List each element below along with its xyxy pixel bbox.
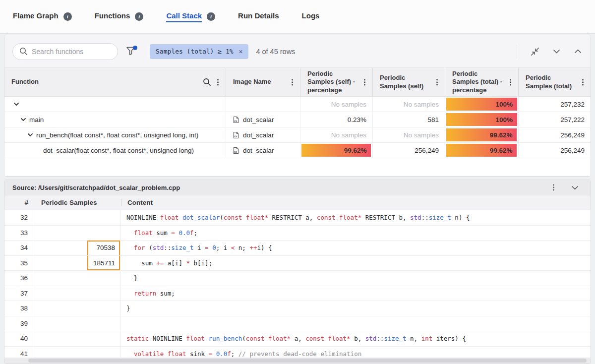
code-token: sum;	[156, 290, 175, 297]
function-token: dot_scalar	[182, 214, 220, 221]
info-icon[interactable]: i	[207, 12, 215, 21]
cell-value: 257,232	[560, 101, 585, 108]
code-token: (	[220, 214, 224, 221]
kebab-menu-icon[interactable]	[433, 78, 441, 86]
code-token: float*	[328, 335, 350, 342]
column-header-function[interactable]: Function	[4, 68, 226, 96]
code-token: static	[126, 335, 149, 342]
source-line[interactable]: 41 volatile float sink = 0.0f; // preven…	[4, 347, 591, 358]
code-token: RESTRICT b,	[361, 214, 410, 221]
code-token: ;	[194, 229, 198, 237]
source-code-rows: 32NOINLINE float dot_scalar(const float*…	[4, 210, 591, 358]
code-token: float*	[339, 214, 361, 221]
toolbar-divider	[517, 44, 517, 59]
table-row[interactable]: No samplesNo samples100%257,232	[4, 97, 591, 112]
call-stack-panel: Samples (total) ≥ 1% ✕ 4 of 45 rows Func…	[4, 35, 591, 177]
code-token: b,	[351, 335, 365, 342]
code-token: a[i]	[164, 259, 186, 267]
code-token: RESTRICT a,	[268, 214, 317, 221]
horizontal-scrollbar[interactable]	[4, 358, 591, 364]
code-token: a,	[291, 335, 305, 342]
expand-chevron-icon[interactable]	[10, 98, 22, 110]
filter-active-dot	[133, 46, 137, 50]
code-token: return	[134, 290, 156, 297]
line-number: 32	[4, 210, 35, 225]
code-token: n,	[407, 335, 421, 342]
tab-call-stack[interactable]: Call Stacki	[166, 11, 215, 22]
expand-chevron-icon[interactable]	[17, 114, 29, 125]
code-token: NOINLINE	[149, 335, 186, 342]
tab-run-details[interactable]: Run Details	[238, 11, 279, 22]
binary-file-icon	[233, 147, 239, 154]
collapse-icon[interactable]	[530, 47, 540, 57]
code-token: ::	[421, 214, 429, 221]
image-name: dot_scalar	[243, 116, 274, 123]
scrollbar-thumb[interactable]	[28, 359, 587, 363]
search-input[interactable]	[32, 48, 111, 56]
table-row[interactable]: dot_scalar(float const*, float const*, u…	[4, 143, 591, 158]
search-input-wrap[interactable]	[12, 43, 118, 60]
table-row[interactable]: run_bench(float const*, float const*, un…	[4, 127, 591, 143]
column-header-self[interactable]: Periodic Samples (self)	[372, 68, 445, 96]
kebab-menu-icon[interactable]	[550, 183, 557, 191]
code-token: f	[190, 229, 194, 237]
chevron-down-icon[interactable]	[552, 47, 561, 56]
table-row[interactable]: maindot_scalar0.23%581100%257,222	[4, 112, 591, 127]
code-token: ; i	[216, 244, 231, 251]
code-token: const	[246, 335, 265, 342]
source-line[interactable]: 35185711 sum += a[i] * b[i];	[4, 256, 591, 271]
info-icon[interactable]: i	[135, 12, 143, 21]
column-header-total[interactable]: Periodic Samples (total)	[518, 68, 591, 96]
column-search-icon[interactable]	[203, 78, 211, 86]
line-number: 34	[4, 241, 35, 255]
info-icon[interactable]: i	[63, 12, 72, 21]
kebab-menu-icon[interactable]	[214, 78, 222, 86]
source-line[interactable]: 3470538 for (std::size_t i = 0; i < n; +…	[4, 241, 591, 256]
toolbar-actions	[517, 44, 583, 59]
tab-label: Call Stack	[166, 11, 202, 22]
chevron-up-icon[interactable]	[573, 47, 583, 56]
total-samples-cell: 256,249	[518, 143, 591, 158]
line-samples-cell: 70538	[35, 241, 121, 255]
code-token: =	[205, 244, 209, 251]
line-content: volatile float sink = 0.0f; // prevents …	[121, 347, 591, 358]
line-content: static NOINLINE float run_bench(const fl…	[121, 331, 591, 346]
tab-functions[interactable]: Functionsi	[95, 11, 144, 22]
code-token: float	[186, 335, 205, 342]
image-name-cell: dot_scalar	[226, 143, 300, 158]
column-header-self-pct[interactable]: Periodic Samples (self) - percentage	[300, 68, 372, 96]
kebab-menu-icon[interactable]	[579, 78, 587, 86]
function-cell: main	[4, 112, 226, 127]
source-line[interactable]: 36 }	[4, 271, 591, 286]
code-token: ::	[376, 335, 384, 342]
source-line[interactable]: 37 return sum;	[4, 286, 591, 302]
code-token: 0.0	[216, 350, 228, 358]
line-samples-cell	[35, 271, 121, 286]
expand-chevron-icon[interactable]	[24, 129, 36, 141]
kebab-menu-icon[interactable]	[507, 78, 514, 86]
percentage-bar: 99.62%	[446, 128, 517, 141]
close-icon[interactable]: ✕	[239, 48, 243, 55]
source-line[interactable]: 39	[4, 316, 591, 332]
source-line[interactable]: 33 float sum = 0.0f;	[4, 226, 591, 241]
tab-logs[interactable]: Logs	[302, 11, 320, 22]
column-header-total-pct[interactable]: Periodic Samples (total) - percentage	[445, 68, 518, 96]
source-line[interactable]: 40static NOINLINE float run_bench(const …	[4, 331, 591, 347]
kebab-menu-icon[interactable]	[289, 78, 296, 86]
code-token: 0	[212, 244, 216, 251]
chevron-down-icon[interactable]	[570, 183, 580, 192]
filter-funnel-icon[interactable]	[125, 46, 137, 58]
line-number: 40	[4, 331, 35, 346]
self-samples-cell: No samples	[372, 97, 445, 112]
line-content: NOINLINE float dot_scalar(const float* R…	[121, 210, 591, 225]
source-line[interactable]: 32NOINLINE float dot_scalar(const float*…	[4, 210, 591, 226]
tab-flame-graph[interactable]: Flame Graphi	[13, 11, 72, 22]
kebab-menu-icon[interactable]	[361, 78, 368, 86]
column-header-image-name[interactable]: Image Name	[226, 68, 300, 96]
code-token: ++	[249, 244, 257, 251]
code-token: float*	[268, 335, 291, 342]
filter-chip[interactable]: Samples (total) ≥ 1% ✕	[150, 44, 248, 59]
image-name-cell: dot_scalar	[226, 127, 300, 142]
code-token: float	[134, 229, 153, 237]
source-line[interactable]: 38}	[4, 301, 591, 316]
